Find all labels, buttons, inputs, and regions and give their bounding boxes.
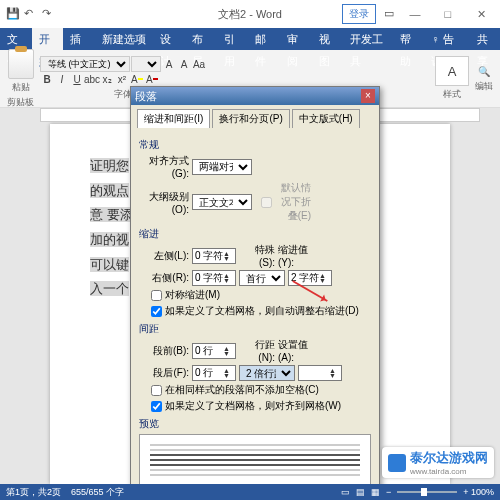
line-spacing-select[interactable]: 2 倍行距 (239, 365, 295, 381)
styles-gallery[interactable]: A (435, 56, 469, 86)
strike-button[interactable]: abc (85, 72, 99, 86)
by-label: 缩进值(Y): (278, 243, 322, 268)
before-spinner[interactable]: ▲▼ (192, 343, 236, 359)
indent-right-spinner[interactable]: ▲▼ (192, 270, 236, 286)
statusbar: 第1页，共2页 655/655 个字 ▭ ▤ ▦ − + 100% (0, 484, 500, 500)
tab-design[interactable]: 设计 (153, 28, 185, 50)
tab-indent-spacing[interactable]: 缩进和间距(I) (137, 109, 210, 128)
mirror-indent-checkbox[interactable] (151, 290, 162, 301)
special-label: 特殊(S): (239, 243, 275, 268)
general-section: 常规 (139, 138, 371, 152)
at-label: 设置值(A): (278, 338, 322, 363)
ribbon-options-icon[interactable]: ▭ (384, 7, 398, 21)
page-indicator[interactable]: 第1页，共2页 (6, 486, 61, 499)
underline-button[interactable]: U (70, 72, 84, 86)
before-label: 段前(B): (139, 344, 189, 358)
dialog-title-text: 段落 (135, 89, 157, 104)
superscript-button[interactable]: x² (115, 72, 129, 86)
indent-left-spinner[interactable]: ▲▼ (192, 248, 236, 264)
font-size-select[interactable] (131, 56, 161, 72)
paste-button[interactable] (8, 49, 34, 79)
tab-review[interactable]: 审阅 (280, 28, 312, 50)
after-spinner[interactable]: ▲▼ (192, 365, 236, 381)
paste-label: 粘贴 (12, 81, 30, 94)
tab-mailings[interactable]: 邮件 (248, 28, 280, 50)
tab-developer[interactable]: 开发工具 (343, 28, 392, 50)
dialog-close-icon[interactable]: × (361, 89, 375, 103)
editing-label: 编辑 (475, 80, 493, 93)
font-name-select[interactable]: 等线 (中文正文) (40, 56, 130, 72)
watermark-url: www.tairda.com (410, 467, 488, 476)
redo-icon[interactable]: ↷ (42, 7, 56, 21)
line-spacing-label: 行距(N): (239, 338, 275, 363)
view-print-icon[interactable]: ▤ (356, 487, 365, 497)
alignment-label: 对齐方式(G): (139, 154, 189, 179)
auto-indent-checkbox[interactable] (151, 306, 162, 317)
view-readmode-icon[interactable]: ▭ (341, 487, 350, 497)
zoom-slider[interactable] (397, 491, 457, 493)
change-case-icon[interactable]: Aa (192, 57, 206, 71)
undo-icon[interactable]: ↶ (24, 7, 38, 21)
paragraph-dialog: 段落 × 缩进和间距(I) 换行和分页(P) 中文版式(H) 常规 对齐方式(G… (130, 86, 380, 500)
tab-insert[interactable]: 插入 (63, 28, 95, 50)
collapse-checkbox (261, 197, 272, 208)
tab-custom[interactable]: 新建选项卡 (95, 28, 153, 50)
tab-asian[interactable]: 中文版式(H) (292, 109, 360, 128)
tab-view[interactable]: 视图 (312, 28, 344, 50)
zoom-level[interactable]: + 100% (463, 487, 494, 497)
share-button[interactable]: 共享 (470, 28, 500, 50)
close-button[interactable]: ✕ (466, 8, 496, 21)
indent-section: 缩进 (139, 227, 371, 241)
tab-help[interactable]: 帮助 (393, 28, 425, 50)
clipboard-label: 剪贴板 (7, 96, 34, 109)
shrink-font-icon[interactable]: A (177, 57, 191, 71)
login-button[interactable]: 登录 (342, 4, 376, 24)
bold-button[interactable]: B (40, 72, 54, 86)
spacing-section: 间距 (139, 322, 371, 336)
after-label: 段后(F): (139, 366, 189, 380)
no-space-checkbox[interactable] (151, 385, 162, 396)
maximize-button[interactable]: □ (433, 8, 463, 20)
editing-group: 🔍 编辑 (475, 64, 493, 93)
outline-select[interactable]: 正文文本 (192, 194, 252, 210)
titlebar: 💾 ↶ ↷ 文档2 - Word 登录 ▭ — □ ✕ (0, 0, 500, 28)
tab-references[interactable]: 引用 (217, 28, 249, 50)
tab-home[interactable]: 开始 (32, 28, 64, 50)
italic-button[interactable]: I (55, 72, 69, 86)
alignment-select[interactable]: 两端对齐 (192, 159, 252, 175)
watermark-logo-icon (388, 454, 406, 472)
subscript-button[interactable]: x₂ (100, 72, 114, 86)
tell-me[interactable]: ♀ 告诉我 (424, 28, 470, 50)
document-title: 文档2 - Word (218, 7, 282, 22)
highlight-button[interactable]: A (130, 72, 144, 86)
grow-font-icon[interactable]: A (162, 57, 176, 71)
view-web-icon[interactable]: ▦ (371, 487, 380, 497)
word-count[interactable]: 655/655 个字 (71, 486, 124, 499)
indent-left-label: 左侧(L): (139, 249, 189, 263)
font-color-button[interactable]: A (145, 72, 159, 86)
dialog-tabs: 缩进和间距(I) 换行和分页(P) 中文版式(H) (131, 105, 379, 128)
save-icon[interactable]: 💾 (6, 7, 20, 21)
styles-group: A 样式 (435, 56, 469, 101)
tab-layout[interactable]: 布局 (185, 28, 217, 50)
outline-label: 大纲级别(O): (139, 190, 189, 215)
zoom-out-icon[interactable]: − (386, 487, 391, 497)
find-icon[interactable]: 🔍 (477, 64, 491, 78)
ribbon-tabs: 文件 开始 插入 新建选项卡 设计 布局 引用 邮件 审阅 视图 开发工具 帮助… (0, 28, 500, 50)
minimize-button[interactable]: — (400, 8, 430, 20)
snap-grid-checkbox[interactable] (151, 401, 162, 412)
dialog-titlebar[interactable]: 段落 × (131, 87, 379, 105)
watermark: 泰尔达游戏网 www.tairda.com (382, 447, 494, 478)
tab-line-breaks[interactable]: 换行和分页(P) (212, 109, 289, 128)
indent-right-label: 右侧(R): (139, 271, 189, 285)
special-select[interactable]: 首行 (239, 270, 285, 286)
clipboard-group: 粘贴 剪贴板 (7, 49, 34, 109)
at-spinner[interactable]: ▲▼ (298, 365, 342, 381)
preview-section: 预览 (139, 417, 371, 431)
watermark-brand: 泰尔达游戏网 (410, 449, 488, 467)
styles-label: 样式 (443, 88, 461, 101)
